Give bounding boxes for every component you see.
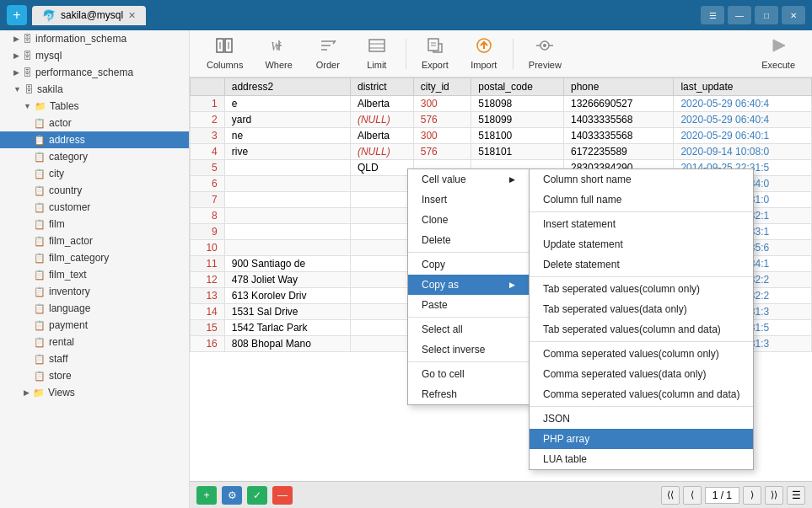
cell-city_id[interactable]: 576 — [413, 144, 471, 160]
where-button[interactable]: W Where — [255, 34, 302, 73]
ctx-copy-as[interactable]: Copy as ▶ — [408, 275, 529, 295]
cell-district[interactable] — [350, 192, 413, 208]
hamburger-button[interactable]: ☰ — [701, 6, 724, 24]
cell-district[interactable] — [350, 240, 413, 256]
confirm-button[interactable]: ✓ — [247, 486, 267, 505]
sub-tab-col-only[interactable]: Tab seperated values(column only) — [530, 279, 753, 299]
tab-close-button[interactable]: ✕ — [128, 10, 136, 21]
sub-comma-col-only[interactable]: Comma seperated values(column only) — [530, 344, 753, 364]
sidebar-item-payment[interactable]: 📋 payment — [0, 317, 189, 334]
sub-php-array[interactable]: PHP array — [530, 429, 753, 449]
sub-json[interactable]: JSON — [530, 409, 753, 429]
table-row[interactable]: 1eAlberta300518098132666905272020-05-29 … — [191, 96, 812, 112]
cell-address2[interactable]: 808 Bhopal Mano — [224, 336, 350, 352]
sidebar-item-mysql[interactable]: ▶ 🗄 mysql — [0, 47, 189, 64]
cell-district[interactable] — [350, 272, 413, 288]
cell-district[interactable] — [350, 256, 413, 272]
sidebar-item-film_category[interactable]: 📋 film_category — [0, 249, 189, 266]
cell-postal_code[interactable]: 518100 — [471, 128, 564, 144]
sidebar-item-actor[interactable]: 📋 actor — [0, 115, 189, 131]
table-row[interactable]: 3neAlberta300518100140333355682020-05-29… — [191, 128, 812, 144]
cell-phone[interactable]: 6172235589 — [563, 144, 673, 160]
cell-address2[interactable] — [224, 176, 350, 192]
cell-city_id[interactable]: 576 — [413, 112, 471, 128]
add-row-button[interactable]: + — [196, 486, 217, 505]
col-header-num[interactable] — [191, 78, 225, 96]
sub-comma-col-data[interactable]: Comma seperated values(column and data) — [530, 384, 753, 404]
cancel-row-button[interactable]: — — [272, 486, 293, 505]
sub-tab-data-only[interactable]: Tab seperated values(data only) — [530, 299, 753, 319]
ctx-cell-value[interactable]: Cell value ▶ — [408, 169, 529, 190]
ctx-copy[interactable]: Copy — [408, 254, 529, 275]
cell-last_update[interactable]: 2020-05-29 06:40:4 — [674, 96, 812, 112]
cell-city_id[interactable]: 300 — [413, 128, 471, 144]
cell-address2[interactable]: rive — [224, 144, 350, 160]
ctx-refresh[interactable]: Refresh — [408, 384, 529, 404]
maximize-button[interactable]: □ — [755, 6, 778, 24]
settings-button[interactable]: ⚙ — [222, 486, 242, 505]
order-button[interactable]: Order — [304, 34, 352, 73]
cell-address2[interactable] — [224, 192, 350, 208]
ctx-delete[interactable]: Delete — [408, 230, 529, 250]
sub-delete-statement[interactable]: Delete statement — [530, 254, 753, 275]
sidebar-item-inventory[interactable]: 📋 inventory — [0, 283, 189, 300]
cell-address2[interactable]: 478 Joliet Way — [224, 272, 350, 288]
cell-address2[interactable]: e — [224, 96, 350, 112]
last-page-button[interactable]: ⟩⟩ — [765, 486, 783, 505]
cell-phone[interactable]: 14033335568 — [563, 128, 673, 144]
sub-col-short-name[interactable]: Column short name — [530, 169, 753, 190]
cell-postal_code[interactable]: 518101 — [471, 144, 564, 160]
cell-address2[interactable] — [224, 160, 350, 176]
cell-last_update[interactable]: 2020-05-29 06:40:1 — [674, 128, 812, 144]
cell-district[interactable]: Alberta — [350, 128, 413, 144]
new-tab-button[interactable]: + — [7, 5, 27, 25]
ctx-go-to-cell[interactable]: Go to cell — [408, 364, 529, 384]
import-button[interactable]: Import — [460, 34, 508, 73]
sidebar-item-customer[interactable]: 📋 customer — [0, 199, 189, 216]
cell-district[interactable] — [350, 224, 413, 240]
cell-district[interactable] — [350, 208, 413, 224]
sidebar-item-sakila[interactable]: ▼ 🗄 sakila — [0, 81, 189, 98]
ctx-select-all[interactable]: Select all — [408, 319, 529, 340]
cell-address2[interactable]: yard — [224, 112, 350, 128]
cell-postal_code[interactable]: 518098 — [471, 96, 564, 112]
cell-address2[interactable]: 613 Korolev Driv — [224, 288, 350, 304]
cell-postal_code[interactable]: 518099 — [471, 112, 564, 128]
cell-district[interactable] — [350, 176, 413, 192]
ctx-insert[interactable]: Insert — [408, 190, 529, 210]
cell-district[interactable] — [350, 304, 413, 320]
table-settings-button[interactable]: ☰ — [787, 486, 805, 505]
sidebar-item-information_schema[interactable]: ▶ 🗄 information_schema — [0, 30, 189, 47]
cell-phone[interactable]: 13266690527 — [563, 96, 673, 112]
cell-city_id[interactable]: 300 — [413, 96, 471, 112]
cell-phone[interactable]: 14033335568 — [563, 112, 673, 128]
cell-district[interactable]: (NULL) — [350, 144, 413, 160]
sidebar-item-film[interactable]: 📋 film — [0, 216, 189, 233]
col-header-phone[interactable]: phone — [563, 78, 673, 96]
sidebar-item-views[interactable]: ▶ 📁 Views — [0, 384, 189, 401]
sidebar-item-film_text[interactable]: 📋 film_text — [0, 266, 189, 283]
first-page-button[interactable]: ⟨⟨ — [661, 486, 680, 505]
cell-last_update[interactable]: 2020-09-14 10:08:0 — [674, 144, 812, 160]
col-header-address2[interactable]: address2 — [224, 78, 350, 96]
cell-district[interactable]: Alberta — [350, 96, 413, 112]
columns-button[interactable]: Columns — [196, 34, 253, 73]
cell-address2[interactable]: 1542 Tarlac Park — [224, 320, 350, 336]
col-header-district[interactable]: district — [350, 78, 413, 96]
sidebar-item-category[interactable]: 📋 category — [0, 148, 189, 165]
cell-district[interactable]: (NULL) — [350, 112, 413, 128]
cell-district[interactable]: QLD — [350, 160, 413, 176]
execute-button[interactable]: Execute — [751, 34, 805, 73]
col-header-city_id[interactable]: city_id — [413, 78, 471, 96]
sidebar-item-tables[interactable]: ▼ 📁 Tables — [0, 98, 189, 115]
cell-district[interactable] — [350, 288, 413, 304]
sub-insert-statement[interactable]: Insert statement — [530, 214, 753, 234]
sub-tab-col-data[interactable]: Tab seperated values(column and data) — [530, 319, 753, 340]
ctx-select-inverse[interactable]: Select inverse — [408, 340, 529, 360]
sub-col-full-name[interactable]: Column full name — [530, 190, 753, 210]
limit-button[interactable]: Limit — [353, 34, 401, 73]
sidebar-item-performance_schema[interactable]: ▶ 🗄 performance_schema — [0, 64, 189, 81]
sidebar-item-staff[interactable]: 📋 staff — [0, 350, 189, 367]
cell-last_update[interactable]: 2020-05-29 06:40:4 — [674, 112, 812, 128]
col-header-postal_code[interactable]: postal_code — [471, 78, 564, 96]
